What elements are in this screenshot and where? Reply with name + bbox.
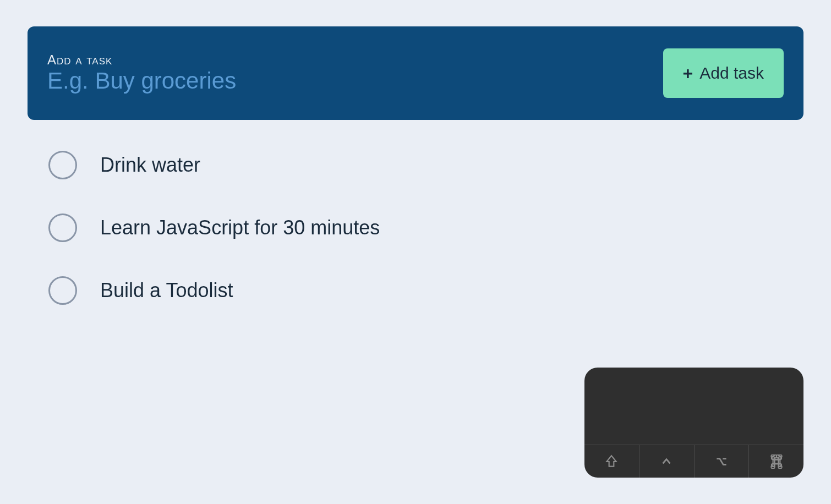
command-key[interactable] — [749, 445, 803, 478]
add-task-button-label: Add task — [699, 64, 764, 83]
task-text: Build a Todolist — [100, 279, 233, 302]
control-icon — [659, 454, 674, 469]
plus-icon: + — [683, 64, 693, 82]
keyboard-preview — [584, 368, 803, 445]
task-checkbox[interactable] — [48, 213, 77, 242]
task-checkbox[interactable] — [48, 151, 77, 179]
input-label: Add a task — [47, 52, 663, 68]
task-text: Learn JavaScript for 30 minutes — [100, 216, 380, 239]
command-icon — [769, 454, 784, 469]
task-input-panel: Add a task + Add task — [28, 26, 803, 120]
task-checkbox[interactable] — [48, 276, 77, 305]
option-icon — [714, 454, 729, 469]
task-input[interactable] — [47, 68, 663, 94]
task-item: Build a Todolist — [48, 276, 803, 305]
task-item: Learn JavaScript for 30 minutes — [48, 213, 803, 242]
shift-icon — [604, 454, 619, 469]
keyboard-modifier-row — [584, 445, 803, 478]
input-section: Add a task — [47, 52, 663, 94]
task-item: Drink water — [48, 151, 803, 179]
option-key[interactable] — [695, 445, 750, 478]
shift-key[interactable] — [584, 445, 639, 478]
control-key[interactable] — [639, 445, 695, 478]
add-task-button[interactable]: + Add task — [663, 48, 784, 98]
task-list: Drink water Learn JavaScript for 30 minu… — [28, 151, 803, 305]
task-text: Drink water — [100, 154, 200, 177]
keyboard-overlay — [584, 368, 803, 478]
